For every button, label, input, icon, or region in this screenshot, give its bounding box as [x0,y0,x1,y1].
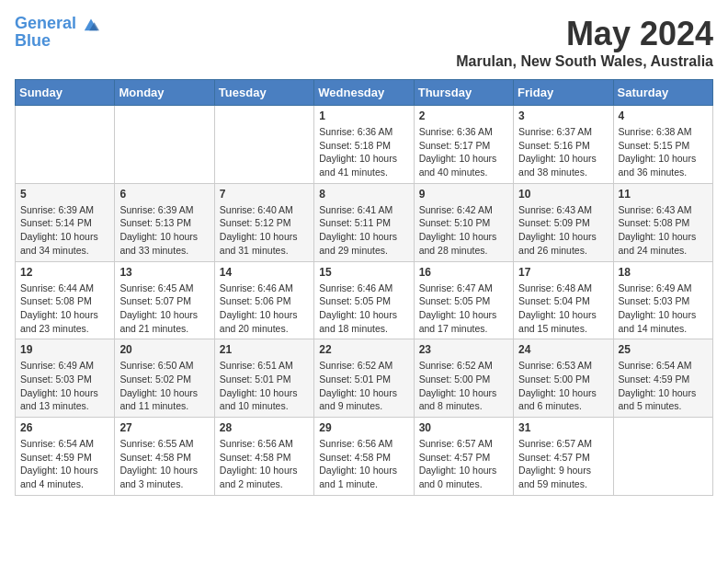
title-block: May 2024 Marulan, New South Wales, Austr… [456,15,713,70]
calendar-cell: 5Sunrise: 6:39 AM Sunset: 5:14 PM Daylig… [16,183,115,261]
logo: General Blue [15,15,99,51]
day-number: 27 [119,421,209,434]
day-info: Sunrise: 6:54 AM Sunset: 4:59 PM Dayligh… [619,359,708,413]
calendar-cell: 4Sunrise: 6:38 AM Sunset: 5:15 PM Daylig… [613,106,712,184]
day-number: 25 [619,343,708,356]
day-info: Sunrise: 6:52 AM Sunset: 5:00 PM Dayligh… [419,359,508,413]
calendar-cell [613,418,712,496]
day-number: 10 [518,188,608,201]
day-info: Sunrise: 6:37 AM Sunset: 5:16 PM Dayligh… [518,125,608,179]
calendar-cell: 31Sunrise: 6:57 AM Sunset: 4:57 PM Dayli… [514,418,613,496]
day-info: Sunrise: 6:46 AM Sunset: 5:05 PM Dayligh… [319,282,408,336]
calendar-cell: 22Sunrise: 6:52 AM Sunset: 5:01 PM Dayli… [314,339,414,418]
day-number: 15 [319,266,408,279]
day-number: 3 [518,109,608,122]
logo-text: General [15,15,99,33]
calendar-table: SundayMondayTuesdayWednesdayThursdayFrid… [15,79,713,496]
day-number: 16 [419,266,508,279]
day-info: Sunrise: 6:57 AM Sunset: 4:57 PM Dayligh… [419,437,508,491]
day-number: 9 [419,188,508,201]
day-info: Sunrise: 6:39 AM Sunset: 5:14 PM Dayligh… [20,203,109,258]
day-number: 30 [419,421,508,434]
day-number: 6 [119,188,209,201]
calendar-cell: 25Sunrise: 6:54 AM Sunset: 4:59 PM Dayli… [613,339,712,418]
weekday-header: Saturday [613,80,712,106]
calendar-cell: 28Sunrise: 6:56 AM Sunset: 4:58 PM Dayli… [214,418,313,496]
calendar-cell: 9Sunrise: 6:42 AM Sunset: 5:10 PM Daylig… [414,183,513,261]
calendar-cell: 26Sunrise: 6:54 AM Sunset: 4:59 PM Dayli… [16,418,115,496]
day-info: Sunrise: 6:42 AM Sunset: 5:10 PM Dayligh… [419,203,508,258]
day-info: Sunrise: 6:56 AM Sunset: 4:58 PM Dayligh… [319,437,408,491]
day-number: 12 [20,266,109,279]
day-info: Sunrise: 6:51 AM Sunset: 5:01 PM Dayligh… [220,359,309,413]
calendar-cell: 19Sunrise: 6:49 AM Sunset: 5:03 PM Dayli… [16,339,115,418]
logo-blue: Blue [15,31,99,51]
day-number: 4 [619,109,708,122]
day-number: 11 [619,188,708,201]
calendar-cell: 14Sunrise: 6:46 AM Sunset: 5:06 PM Dayli… [214,261,313,339]
day-info: Sunrise: 6:47 AM Sunset: 5:05 PM Dayligh… [419,282,508,336]
calendar-cell: 17Sunrise: 6:48 AM Sunset: 5:04 PM Dayli… [514,261,613,339]
day-info: Sunrise: 6:44 AM Sunset: 5:08 PM Dayligh… [20,282,109,336]
day-info: Sunrise: 6:48 AM Sunset: 5:04 PM Dayligh… [518,282,608,336]
weekday-header: Monday [115,80,214,106]
day-number: 13 [119,266,209,279]
calendar-cell: 1Sunrise: 6:36 AM Sunset: 5:18 PM Daylig… [314,106,414,184]
calendar-cell: 27Sunrise: 6:55 AM Sunset: 4:58 PM Dayli… [115,418,214,496]
day-number: 29 [319,421,408,434]
day-info: Sunrise: 6:40 AM Sunset: 5:12 PM Dayligh… [220,203,309,258]
calendar-cell: 11Sunrise: 6:43 AM Sunset: 5:08 PM Dayli… [613,183,712,261]
day-number: 28 [220,421,309,434]
calendar-cell: 29Sunrise: 6:56 AM Sunset: 4:58 PM Dayli… [314,418,414,496]
calendar-cell: 10Sunrise: 6:43 AM Sunset: 5:09 PM Dayli… [514,183,613,261]
calendar-cell: 20Sunrise: 6:50 AM Sunset: 5:02 PM Dayli… [115,339,214,418]
day-info: Sunrise: 6:56 AM Sunset: 4:58 PM Dayligh… [220,437,309,491]
day-info: Sunrise: 6:52 AM Sunset: 5:01 PM Dayligh… [319,359,408,413]
day-info: Sunrise: 6:55 AM Sunset: 4:58 PM Dayligh… [119,437,209,491]
month-title: May 2024 [456,15,713,53]
day-number: 1 [319,109,408,122]
calendar-cell: 6Sunrise: 6:39 AM Sunset: 5:13 PM Daylig… [115,183,214,261]
weekday-header: Friday [514,80,613,106]
calendar-cell [16,106,115,184]
day-info: Sunrise: 6:43 AM Sunset: 5:09 PM Dayligh… [518,203,608,258]
calendar-week-row: 5Sunrise: 6:39 AM Sunset: 5:14 PM Daylig… [16,183,713,261]
day-info: Sunrise: 6:50 AM Sunset: 5:02 PM Dayligh… [119,359,209,413]
weekday-header: Tuesday [214,80,313,106]
calendar-cell [214,106,313,184]
day-number: 23 [419,343,508,356]
calendar-cell: 18Sunrise: 6:49 AM Sunset: 5:03 PM Dayli… [613,261,712,339]
day-number: 2 [419,109,508,122]
weekday-header: Thursday [414,80,513,106]
day-number: 17 [518,266,608,279]
calendar-cell: 21Sunrise: 6:51 AM Sunset: 5:01 PM Dayli… [214,339,313,418]
day-number: 8 [319,188,408,201]
calendar-cell: 3Sunrise: 6:37 AM Sunset: 5:16 PM Daylig… [514,106,613,184]
calendar-cell: 23Sunrise: 6:52 AM Sunset: 5:00 PM Dayli… [414,339,513,418]
day-info: Sunrise: 6:53 AM Sunset: 5:00 PM Dayligh… [518,359,608,413]
calendar-cell: 8Sunrise: 6:41 AM Sunset: 5:11 PM Daylig… [314,183,414,261]
day-info: Sunrise: 6:49 AM Sunset: 5:03 PM Dayligh… [619,282,708,336]
weekday-header: Wednesday [314,80,414,106]
calendar-cell: 30Sunrise: 6:57 AM Sunset: 4:57 PM Dayli… [414,418,513,496]
calendar-cell: 2Sunrise: 6:36 AM Sunset: 5:17 PM Daylig… [414,106,513,184]
calendar-cell: 15Sunrise: 6:46 AM Sunset: 5:05 PM Dayli… [314,261,414,339]
day-info: Sunrise: 6:54 AM Sunset: 4:59 PM Dayligh… [20,437,109,491]
day-number: 21 [220,343,309,356]
calendar-cell: 24Sunrise: 6:53 AM Sunset: 5:00 PM Dayli… [514,339,613,418]
day-info: Sunrise: 6:57 AM Sunset: 4:57 PM Dayligh… [518,437,608,491]
day-number: 18 [619,266,708,279]
day-number: 20 [119,343,209,356]
calendar-cell: 12Sunrise: 6:44 AM Sunset: 5:08 PM Dayli… [16,261,115,339]
calendar-week-row: 1Sunrise: 6:36 AM Sunset: 5:18 PM Daylig… [16,106,713,184]
day-number: 5 [20,188,109,201]
calendar-cell: 7Sunrise: 6:40 AM Sunset: 5:12 PM Daylig… [214,183,313,261]
day-info: Sunrise: 6:45 AM Sunset: 5:07 PM Dayligh… [119,282,209,336]
day-info: Sunrise: 6:46 AM Sunset: 5:06 PM Dayligh… [220,282,309,336]
day-number: 7 [220,188,309,201]
day-info: Sunrise: 6:36 AM Sunset: 5:18 PM Dayligh… [319,125,408,179]
day-number: 19 [20,343,109,356]
day-info: Sunrise: 6:38 AM Sunset: 5:15 PM Dayligh… [619,125,708,179]
day-number: 24 [518,343,608,356]
day-number: 14 [220,266,309,279]
